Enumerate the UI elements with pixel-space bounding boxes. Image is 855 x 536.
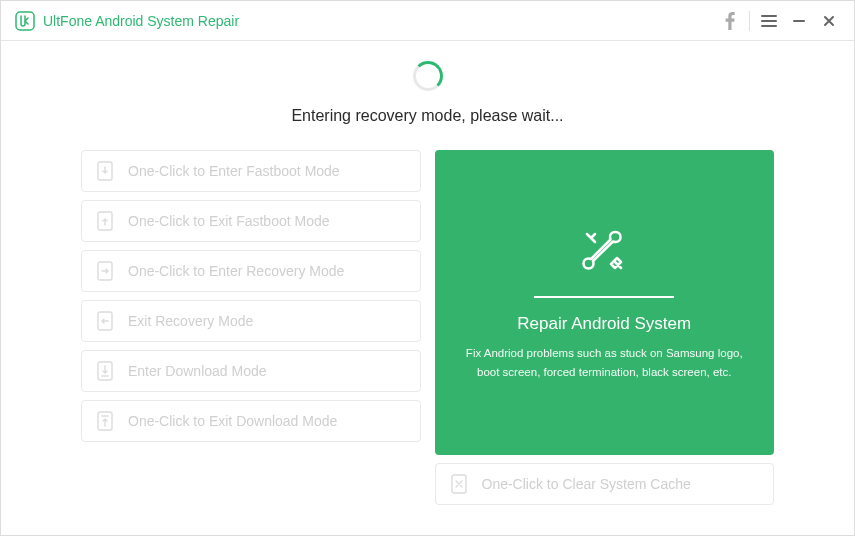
menu-icon[interactable] [754,6,784,36]
option-label: Exit Recovery Mode [128,313,406,329]
exit-download-button: One-Click to Exit Download Mode [81,400,421,442]
close-button[interactable] [814,6,844,36]
repair-android-card[interactable]: Repair Android System Fix Andriod proble… [435,150,775,455]
repair-card-desc: Fix Andriod problems such as stuck on Sa… [463,344,747,381]
phone-download-icon [96,361,114,381]
facebook-icon[interactable] [715,6,745,36]
option-label: One-Click to Enter Recovery Mode [128,263,406,279]
content-area: Entering recovery mode, please wait... O… [1,41,854,535]
clear-cache-button: One-Click to Clear System Cache [435,463,775,505]
phone-clear-icon [450,474,468,494]
titlebar: UltFone Android System Repair [1,1,854,41]
option-label: One-Click to Exit Download Mode [128,413,406,429]
app-title: UltFone Android System Repair [43,13,239,29]
option-label: Enter Download Mode [128,363,406,379]
enter-recovery-button: One-Click to Enter Recovery Mode [81,250,421,292]
titlebar-separator [749,11,750,31]
phone-upload-icon [96,411,114,431]
exit-fastboot-button: One-Click to Exit Fastboot Mode [81,200,421,242]
status-message: Entering recovery mode, please wait... [291,107,563,125]
phone-arrow-in-icon [96,161,114,181]
tools-icon [577,224,631,282]
repair-card-title: Repair Android System [517,314,691,334]
right-options-column: Repair Android System Fix Andriod proble… [435,150,775,505]
app-logo-icon [15,11,35,31]
enter-download-button: Enter Download Mode [81,350,421,392]
enter-fastboot-button: One-Click to Enter Fastboot Mode [81,150,421,192]
loading-spinner-icon [413,61,443,91]
card-divider [534,296,674,298]
minimize-button[interactable] [784,6,814,36]
status-area: Entering recovery mode, please wait... [81,61,774,125]
phone-arrow-out-icon [96,211,114,231]
phone-recovery-out-icon [96,311,114,331]
left-options-column: One-Click to Enter Fastboot Mode One-Cli… [81,150,421,505]
option-label: One-Click to Enter Fastboot Mode [128,163,406,179]
option-label: One-Click to Exit Fastboot Mode [128,213,406,229]
options-grid: One-Click to Enter Fastboot Mode One-Cli… [81,150,774,505]
app-window: UltFone Android System Repair Entering r… [0,0,855,536]
option-label: One-Click to Clear System Cache [482,476,760,492]
phone-recovery-in-icon [96,261,114,281]
exit-recovery-button: Exit Recovery Mode [81,300,421,342]
